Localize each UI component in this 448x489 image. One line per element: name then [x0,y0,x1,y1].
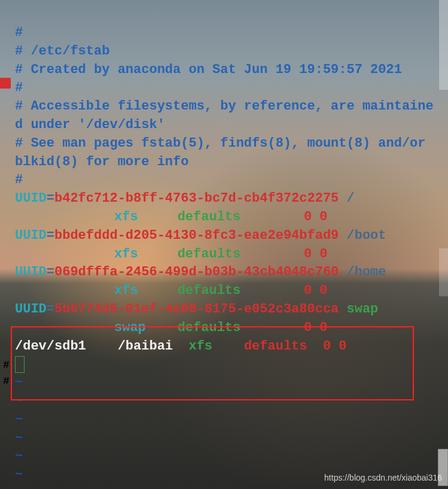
uuid-value: 5b6774d5-01ef-4e60-8175-e052c3a80cca [54,302,339,317]
uuid-value: b42fc712-b8ff-4763-bc7d-cb4f372c2275 [54,191,339,206]
mount-opts: defaults [178,283,241,298]
mount-point: / [339,191,354,206]
fstab-options: xfs defaults 0 0 [15,245,436,264]
comment-line: # See man pages fstab(5), findfs(8), mou… [15,135,436,172]
comment-line: # Accessible filesystems, by reference, … [15,98,436,135]
empty-line-tilde: ~ [15,393,436,411]
fs-type: xfs [114,209,138,224]
uuid-value: 069dfffa-2456-499d-b03b-43cb4048c760 [54,265,339,280]
equals: = [47,228,54,243]
fs-type: swap [114,320,146,335]
fstab-entry: UUID=5b6774d5-01ef-4e60-8175-e052c3a80cc… [15,300,436,319]
empty-line-tilde: ~ [15,430,436,448]
dump-pass: 0 0 [304,209,328,224]
uuid-key: UUID [15,191,47,206]
custom-fstab-entry: /dev/sdb1 /baibai xfs defaults 0 0 [15,338,436,356]
comment-line: # [15,24,436,42]
comment-line: # /etc/fstab [15,42,436,61]
uuid-key: UUID [15,265,47,280]
mount-point: /boot [339,228,386,243]
fstab-options: xfs defaults 0 0 [15,208,436,227]
cursor-line [15,356,436,374]
fs-type: xfs [114,247,138,262]
terminal-editor[interactable]: # # /etc/fstab # Created by anaconda on … [0,0,448,489]
dump-pass: 0 0 [304,320,328,335]
mount-opts: defaults [244,339,307,354]
mount-point: /baibai [118,339,173,354]
cursor [15,356,25,373]
uuid-key: UUID [15,228,47,243]
mount-opts: defaults [178,247,241,262]
mount-opts: defaults [178,209,241,224]
fstab-options: xfs defaults 0 0 [15,282,436,300]
fstab-options: swap defaults 0 0 [15,319,436,338]
uuid-key: UUID [15,302,47,317]
fstab-entry: UUID=069dfffa-2456-499d-b03b-43cb4048c76… [15,263,436,282]
empty-line-tilde: ~ [15,448,436,466]
fs-type: xfs [114,283,138,298]
equals: = [47,191,54,206]
dump-pass: 0 0 [323,339,347,354]
sidebar-hash: # [3,358,10,373]
sidebar-hash: # [3,374,10,389]
dump-pass: 0 0 [304,283,328,298]
mount-point: swap [339,302,378,317]
empty-line-tilde: ~ [15,374,436,393]
dump-pass: 0 0 [304,247,328,262]
fstab-entry: UUID=bbdefddd-d205-4130-8fc3-eae2e94bfad… [15,227,436,245]
equals: = [47,302,54,317]
uuid-value: bbdefddd-d205-4130-8fc3-eae2e94bfad9 [54,228,339,243]
equals: = [47,265,54,280]
mount-point: /home [339,265,386,280]
mount-opts: defaults [178,320,241,335]
fs-type: xfs [188,339,212,354]
device: /dev/sdb1 [15,339,86,354]
comment-line: # [15,171,436,190]
empty-line-tilde: ~ [15,411,436,430]
fstab-entry: UUID=b42fc712-b8ff-4763-bc7d-cb4f372c227… [15,190,436,208]
comment-line: # [15,79,436,98]
comment-line: # Created by anaconda on Sat Jun 19 19:5… [15,61,436,80]
watermark: https://blog.csdn.net/xiaobai316 [324,472,442,484]
